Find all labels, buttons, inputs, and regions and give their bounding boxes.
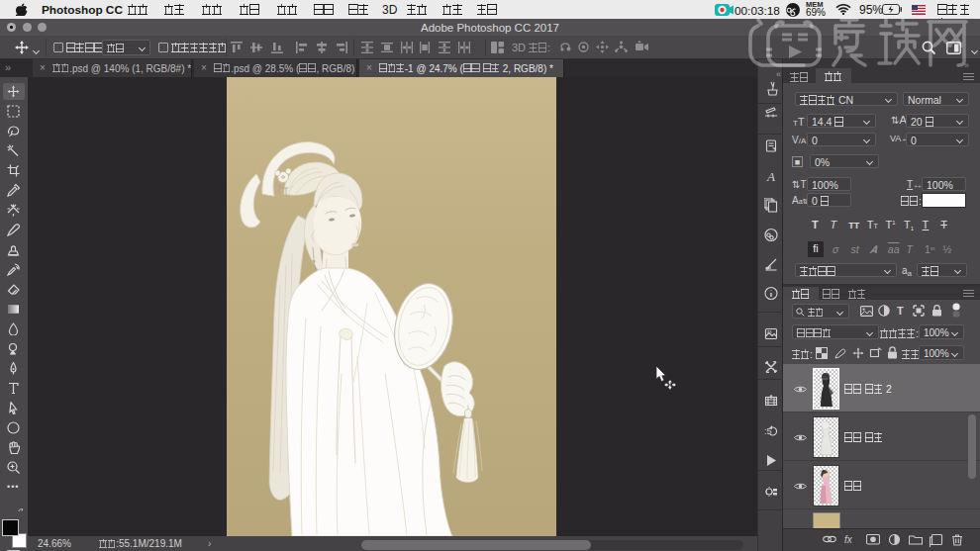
svg-text:A: A [766, 169, 775, 184]
svg-text:fx: fx [844, 534, 853, 545]
svg-text:zx: zx [767, 329, 772, 334]
